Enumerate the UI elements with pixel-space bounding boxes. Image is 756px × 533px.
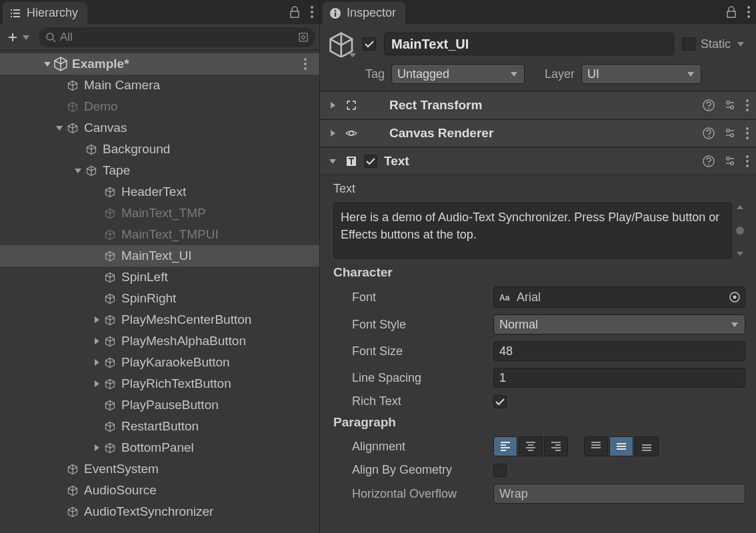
align-top-button[interactable] xyxy=(584,436,608,456)
tree-row-playmeshcenter[interactable]: PlayMeshCenterButton xyxy=(0,309,319,330)
object-picker-icon[interactable] xyxy=(729,291,741,303)
rich-text-checkbox[interactable] xyxy=(493,395,507,408)
scene-row[interactable]: Example* xyxy=(0,53,319,75)
tree-label: SpinRight xyxy=(121,291,176,306)
scene-label: Example* xyxy=(72,57,129,71)
tree-row-headertext[interactable]: HeaderText xyxy=(0,181,319,203)
component-title: Canvas Renderer xyxy=(389,126,696,141)
tree-row-spinleft[interactable]: SpinLeft xyxy=(0,266,319,288)
tree-row-eventsystem[interactable]: EventSystem xyxy=(0,458,319,480)
unity-logo-icon xyxy=(53,57,68,71)
h-overflow-dropdown[interactable]: Wrap xyxy=(493,484,745,504)
help-icon[interactable] xyxy=(703,99,715,111)
hierarchy-search[interactable] xyxy=(39,27,315,47)
tree-row-playpause[interactable]: PlayPauseButton xyxy=(0,394,319,416)
tree-row-bottompanel[interactable]: BottomPanel xyxy=(0,437,319,458)
text-enabled-checkbox[interactable] xyxy=(364,155,377,168)
hierarchy-tab[interactable]: Hierarchy xyxy=(3,2,87,24)
align-right-button[interactable] xyxy=(544,436,568,456)
component-text[interactable]: Text xyxy=(320,147,756,175)
align-bottom-button[interactable] xyxy=(635,436,659,456)
search-expand-icon[interactable] xyxy=(298,32,309,43)
font-style-dropdown[interactable]: Normal xyxy=(493,314,745,334)
font-object-field[interactable]: Arial xyxy=(493,286,745,308)
search-input[interactable] xyxy=(60,31,294,44)
tree-row-audiosource[interactable]: AudioSource xyxy=(0,480,319,501)
textarea-scrollbar[interactable] xyxy=(732,203,745,259)
tree-row-main-camera[interactable]: Main Camera xyxy=(0,75,319,96)
foldout-icon[interactable] xyxy=(53,123,65,133)
kebab-icon[interactable] xyxy=(310,5,314,19)
kebab-icon[interactable] xyxy=(745,155,749,168)
tag-label: Tag xyxy=(365,67,385,81)
static-checkbox[interactable] xyxy=(682,37,695,51)
sliders-icon[interactable] xyxy=(724,127,736,139)
tree-row-maintext-tmpui[interactable]: MainText_TMPUI xyxy=(0,224,319,245)
kebab-icon[interactable] xyxy=(747,5,751,19)
foldout-icon[interactable] xyxy=(327,129,339,138)
text-field-label: Text xyxy=(333,182,745,196)
sliders-icon[interactable] xyxy=(724,99,736,111)
hierarchy-tab-bar: Hierarchy xyxy=(0,0,319,24)
tree-row-background[interactable]: Background xyxy=(0,139,319,160)
foldout-icon[interactable] xyxy=(327,157,339,166)
tree-row-playkaraoke[interactable]: PlayKaraokeButton xyxy=(0,352,319,373)
foldout-icon[interactable] xyxy=(91,315,103,324)
foldout-icon[interactable] xyxy=(72,166,84,175)
tree-row-spinright[interactable]: SpinRight xyxy=(0,288,319,309)
object-type-icon[interactable] xyxy=(328,31,355,57)
align-center-button[interactable] xyxy=(519,436,543,456)
component-rect-transform[interactable]: Rect Transform xyxy=(320,91,756,119)
text-textarea[interactable]: Here is a demo of Audio-Text Synchronize… xyxy=(333,203,732,259)
rich-text-label: Rich Text xyxy=(333,394,487,408)
object-name-field[interactable] xyxy=(384,33,674,55)
tree-row-playrichtext[interactable]: PlayRichTextButton xyxy=(0,373,319,394)
lock-icon[interactable] xyxy=(289,5,301,19)
scroll-up-icon[interactable] xyxy=(735,204,745,211)
tag-dropdown[interactable]: Untagged xyxy=(391,64,525,84)
foldout-icon[interactable] xyxy=(91,336,103,346)
component-canvas-renderer[interactable]: Canvas Renderer xyxy=(320,119,756,147)
tree-label: Background xyxy=(103,142,170,157)
create-button[interactable] xyxy=(4,30,33,45)
tree-row-audiotextsync[interactable]: AudioTextSynchronizer xyxy=(0,501,319,522)
tree-row-playmeshalpha[interactable]: PlayMeshAlphaButton xyxy=(0,330,319,352)
tree-row-canvas[interactable]: Canvas xyxy=(0,117,319,139)
tree-row-maintext-ui[interactable]: MainText_UI xyxy=(0,245,319,266)
foldout-icon[interactable] xyxy=(91,379,103,388)
tree-label: AudioTextSynchronizer xyxy=(84,504,213,519)
align-by-geometry-checkbox[interactable] xyxy=(493,464,507,477)
sliders-icon[interactable] xyxy=(724,155,736,167)
kebab-icon[interactable] xyxy=(745,127,749,140)
cube-icon xyxy=(65,464,80,475)
scene-kebab-icon[interactable] xyxy=(303,57,307,71)
tree-row-restart[interactable]: RestartButton xyxy=(0,416,319,437)
font-label: Font xyxy=(333,290,487,304)
foldout-icon[interactable] xyxy=(41,59,53,69)
align-middle-button[interactable] xyxy=(609,436,633,456)
tag-value: Untagged xyxy=(397,67,449,81)
line-spacing-input[interactable] xyxy=(493,368,745,388)
foldout-icon[interactable] xyxy=(91,443,103,452)
scroll-thumb[interactable] xyxy=(736,227,744,235)
kebab-icon[interactable] xyxy=(745,99,749,112)
font-size-input[interactable] xyxy=(493,341,745,361)
enabled-checkbox[interactable] xyxy=(363,37,376,51)
foldout-icon[interactable] xyxy=(91,358,103,367)
cube-icon xyxy=(65,123,80,134)
scroll-down-icon[interactable] xyxy=(735,251,745,257)
component-title: Rect Transform xyxy=(389,98,696,113)
foldout-icon[interactable] xyxy=(327,101,339,110)
align-left-button[interactable] xyxy=(493,436,517,456)
lock-icon[interactable] xyxy=(725,5,737,19)
layer-dropdown[interactable]: UI xyxy=(581,64,701,84)
help-icon[interactable] xyxy=(703,127,715,139)
tree-row-tape[interactable]: Tape xyxy=(0,160,319,181)
cube-icon xyxy=(103,314,117,326)
help-icon[interactable] xyxy=(703,155,715,167)
chevron-down-icon[interactable] xyxy=(736,39,745,49)
tree-row-maintext-tmp[interactable]: MainText_TMP xyxy=(0,203,319,224)
tree-label: Demo xyxy=(84,99,118,114)
tree-row-demo[interactable]: Demo xyxy=(0,96,319,117)
inspector-tab[interactable]: Inspector xyxy=(323,2,405,24)
